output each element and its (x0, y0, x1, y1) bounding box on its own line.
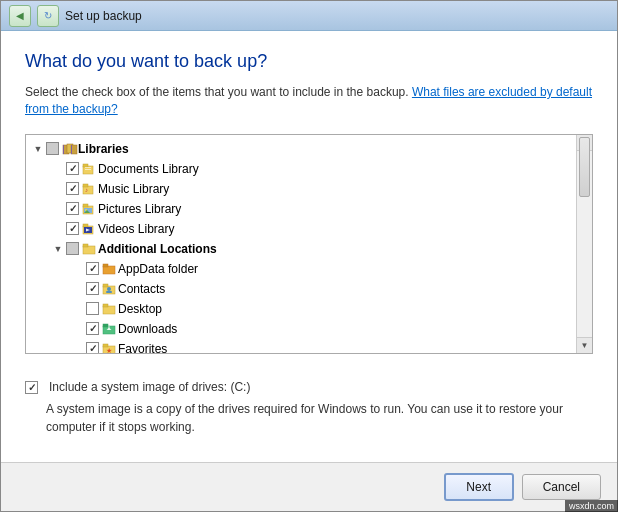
expand-additional-icon[interactable]: ▼ (50, 241, 66, 257)
tree-row-additional[interactable]: ▼ Additional Locations (26, 239, 572, 259)
checkbox-contacts[interactable] (86, 282, 99, 295)
checkbox-pictures[interactable] (66, 202, 79, 215)
checkbox-music[interactable] (66, 182, 79, 195)
documents-label: Documents Library (98, 162, 199, 176)
appdata-label: AppData folder (118, 262, 198, 276)
svg-rect-18 (83, 224, 88, 227)
tree-row-libraries[interactable]: ▼ Libraries (26, 139, 572, 159)
tree-row-videos[interactable]: ▶ Videos Library (26, 219, 572, 239)
checkbox-additional[interactable] (66, 242, 79, 255)
checkbox-appdata[interactable] (86, 262, 99, 275)
svg-rect-4 (71, 145, 72, 154)
title-bar: ◀ ↻ Set up backup (1, 1, 617, 31)
downloads-icon (102, 322, 118, 336)
tree-row-favorites[interactable]: ▶ ★ Favorites (26, 339, 572, 354)
contacts-icon (102, 282, 118, 296)
svg-rect-32 (103, 324, 108, 327)
watermark: wsxdn.com (565, 500, 618, 512)
checkbox-downloads[interactable] (86, 322, 99, 335)
checkbox-system-image[interactable] (25, 381, 38, 394)
additional-folder-icon (82, 242, 98, 256)
checkbox-libraries[interactable] (46, 142, 59, 155)
pictures-icon (82, 202, 98, 216)
tree-row-music[interactable]: ▶ ♪ Music Library (26, 179, 572, 199)
contacts-label: Contacts (118, 282, 165, 296)
back-button[interactable]: ◀ (9, 5, 31, 27)
desktop-label: Desktop (118, 302, 162, 316)
pictures-label: Pictures Library (98, 202, 181, 216)
scroll-thumb[interactable] (579, 137, 590, 197)
tree-row-contacts[interactable]: ▶ Contacts (26, 279, 572, 299)
additional-label: Additional Locations (98, 242, 217, 256)
svg-rect-22 (83, 244, 88, 247)
svg-rect-28 (106, 291, 112, 293)
tree-row-desktop[interactable]: ▶ Desktop (26, 299, 572, 319)
window-title: Set up backup (65, 9, 142, 23)
system-image-row: Include a system image of drives: (C:) (25, 380, 593, 394)
svg-text:♪: ♪ (85, 187, 88, 193)
libraries-label: Libraries (78, 142, 129, 156)
music-label: Music Library (98, 182, 169, 196)
appdata-icon (102, 262, 118, 276)
document-icon (82, 162, 98, 176)
downloads-label: Downloads (118, 322, 177, 336)
svg-rect-8 (85, 169, 91, 170)
desktop-icon (102, 302, 118, 316)
expand-libraries-icon[interactable]: ▼ (30, 141, 46, 157)
library-icon (62, 142, 78, 156)
svg-point-27 (107, 287, 111, 291)
svg-rect-26 (103, 284, 108, 287)
next-button[interactable]: Next (444, 473, 514, 501)
music-icon: ♪ (82, 182, 98, 196)
favorites-label: Favorites (118, 342, 167, 354)
svg-rect-7 (85, 167, 91, 168)
backup-tree[interactable]: ▼ Libraries ▶ (25, 134, 593, 354)
refresh-icon[interactable]: ↻ (37, 5, 59, 27)
footer: Next Cancel (1, 462, 617, 511)
main-window: ◀ ↻ Set up backup What do you want to ba… (0, 0, 618, 512)
videos-icon (82, 222, 98, 236)
system-image-section: Include a system image of drives: (C:) A… (25, 368, 593, 436)
checkbox-videos[interactable] (66, 222, 79, 235)
svg-text:★: ★ (106, 347, 112, 354)
svg-rect-34 (109, 326, 110, 330)
favorites-icon: ★ (102, 342, 118, 354)
checkbox-favorites[interactable] (86, 342, 99, 354)
cancel-button[interactable]: Cancel (522, 474, 601, 500)
tree-row-documents[interactable]: ▶ Documents Library (26, 159, 572, 179)
page-title: What do you want to back up? (25, 51, 593, 72)
svg-rect-13 (83, 204, 88, 207)
checkbox-desktop[interactable] (86, 302, 99, 315)
svg-rect-30 (103, 304, 108, 307)
tree-content: ▼ Libraries ▶ (26, 135, 576, 354)
tree-row-pictures[interactable]: ▶ Pictures Library (26, 199, 572, 219)
tree-row-appdata[interactable]: ▶ AppData folder (26, 259, 572, 279)
tree-row-downloads[interactable]: ▶ Downloads (26, 319, 572, 339)
checkbox-documents[interactable] (66, 162, 79, 175)
system-image-label: Include a system image of drives: (C:) (49, 380, 250, 394)
videos-label: Videos Library (98, 222, 175, 236)
scroll-down-button[interactable]: ▼ (577, 337, 592, 353)
system-image-description: A system image is a copy of the drives r… (46, 400, 593, 436)
svg-rect-6 (83, 164, 88, 167)
description-text: Select the check box of the items that y… (25, 84, 593, 118)
svg-rect-3 (63, 145, 64, 154)
content-area: What do you want to back up? Select the … (1, 31, 617, 462)
tree-scrollbar[interactable]: ▲ ▼ (576, 135, 592, 353)
svg-rect-24 (103, 264, 108, 267)
